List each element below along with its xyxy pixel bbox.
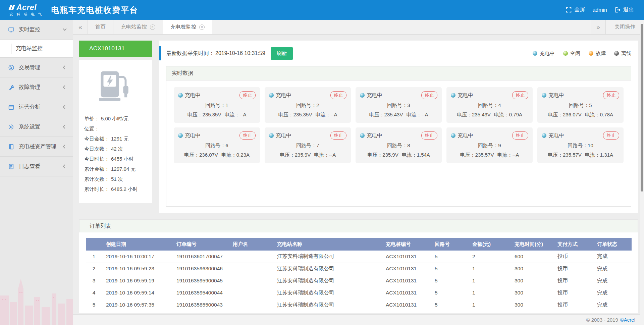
channel-card-3: 充电中 终止 回路号：3 电压：235.43V电流：--A (356, 87, 442, 123)
chevron-left-icon (63, 145, 66, 148)
terminate-button[interactable]: 终止 (330, 131, 346, 140)
logo-subtitle: 安 科 瑞 电 气 (9, 12, 43, 16)
legend-idle: 空闲 (563, 50, 580, 57)
tab-pile-monitor[interactable]: 充电桩监控 × (163, 20, 213, 34)
col-user: 用户名 (229, 238, 273, 251)
terminate-button[interactable]: 终止 (512, 91, 528, 99)
stat-today-amount: 今日金额：1291 元 (84, 134, 147, 144)
collect-time-label: 最新数据采集时间： (166, 50, 214, 57)
tabs-scroll-right-button[interactable]: » (591, 20, 605, 34)
legend-charging: 充电中 (533, 50, 555, 57)
app-root: Acrel 安 科 瑞 电 气 电瓶车充电桩收费平台 全屏 admin 退出 (0, 0, 644, 325)
stat-total-amount: 累计金额：1297.04 元 (84, 164, 147, 174)
orders-panel: 订单列表 创建日期 订单编号 用户名 (79, 219, 638, 313)
fullscreen-icon (566, 7, 572, 13)
realtime-data-title: 实时数据 (166, 66, 631, 80)
accent-bar (159, 46, 161, 60)
col-station: 充电站名称 (273, 238, 382, 251)
order-row: 12019-10-16 10:00:171910163601700047江苏安科… (86, 251, 632, 263)
analysis-icon (8, 104, 14, 110)
terminate-button[interactable]: 终止 (330, 91, 346, 99)
scrollbar-thumb[interactable] (641, 24, 643, 192)
terminate-button[interactable]: 终止 (512, 131, 528, 140)
order-row: 22019-10-16 09:59:231910163596300046江苏安科… (86, 263, 632, 275)
terminate-button[interactable]: 终止 (603, 131, 619, 140)
idle-dot-icon (563, 51, 568, 56)
realtime-monitor-icon (8, 26, 14, 33)
channel-card-2: 充电中 终止 回路号：2 电压：235.35V电流：--A (265, 87, 351, 123)
order-row: 42019-10-16 09:59:141910163595400044江苏安科… (86, 287, 632, 299)
copyright-text: © 2003 - 2019 (586, 317, 618, 323)
charging-status-dot (542, 133, 546, 138)
close-operations-button[interactable]: 关闭操作 (605, 20, 644, 34)
username[interactable]: admin (592, 7, 607, 13)
tab-station-monitor[interactable]: 充电站监控 × (113, 20, 163, 34)
offline-dot-icon (614, 51, 619, 56)
order-row: 32019-10-16 09:59:191910163595900045江苏安科… (86, 275, 632, 287)
terminate-button[interactable]: 终止 (421, 91, 437, 99)
vertical-scrollbar[interactable] (640, 20, 644, 325)
charging-status-dot (178, 93, 183, 98)
logo-text: Acrel (16, 4, 37, 11)
charging-pile-icon (79, 68, 152, 106)
col-pile: 充电桩编号 (382, 238, 431, 251)
tab-close-icon[interactable]: × (199, 24, 205, 30)
fault-icon (8, 84, 14, 91)
orders-title: 订单列表 (79, 219, 638, 232)
sidebar-item-log-view[interactable]: 日志查看 (0, 157, 73, 176)
channel-cards-grid: 充电中 终止 回路号：1 电压：235.35V电流：--A 充电中 (174, 87, 624, 163)
charging-status-dot (542, 93, 546, 98)
fullscreen-button[interactable]: 全屏 (566, 6, 585, 13)
orders-table: 创建日期 订单编号 用户名 充电站名称 充电桩编号 回路号 金额(元) 充电时间… (86, 238, 632, 311)
sidebar-item-system-settings[interactable]: 系统设置 (0, 117, 73, 137)
charging-status-dot (269, 133, 274, 138)
acrel-logo: Acrel 安 科 瑞 电 气 (9, 4, 43, 16)
cityscape-decoration (0, 275, 73, 325)
charging-status-dot (451, 133, 455, 138)
tabbar-spacer (212, 20, 591, 34)
channel-card-1: 充电中 终止 回路号：1 电压：235.35V电流：--A (174, 87, 260, 123)
stat-total-duration: 累计时长：6485.2 小时 (84, 184, 147, 194)
channel-card-10: 充电中 终止 回路号：10 电压：235.57V电流：1.31A (537, 127, 624, 163)
sidebar-item-fault-management[interactable]: 故障管理 (0, 77, 73, 97)
tab-close-icon[interactable]: × (150, 24, 155, 30)
tab-bar: « 首页 充电站监控 × 充电桩监控 × » 关闭操作 (73, 20, 644, 35)
stat-today-count: 今日次数：42 次 (84, 144, 147, 154)
channel-card-5: 充电中 终止 回路号：5 电压：236.07V电流：0.78A (537, 87, 624, 123)
collect-time: 2019-10-16 10:31:59 (215, 50, 265, 56)
page-title: 电瓶车充电桩收费平台 (51, 5, 138, 15)
sidebar-item-transaction-management[interactable]: 交易管理 (0, 58, 73, 77)
monitor-panel: 最新数据采集时间： 2019-10-16 10:31:59 刷新 充电中 空闲 … (159, 41, 638, 213)
log-icon (8, 163, 14, 170)
channel-card-7: 充电中 终止 回路号：7 电压：235.9V电流：--A (265, 127, 351, 163)
refresh-button[interactable]: 刷新 (271, 47, 293, 60)
footer: © 2003 - 2019 ©Acrel (73, 314, 644, 325)
sidebar-item-realtime-monitor[interactable]: 实时监控 (0, 20, 73, 40)
order-row: 52019-10-16 09:57:351910163585500043江苏安科… (86, 299, 632, 311)
acrel-link[interactable]: ©Acrel (620, 317, 635, 323)
charging-status-dot (360, 93, 365, 98)
logout-button[interactable]: 退出 (614, 6, 634, 13)
device-panel: ACX1010131 (79, 41, 152, 213)
charging-status-dot (360, 133, 365, 138)
sidebar-item-pile-asset-management[interactable]: 充电桩资产管理 (0, 137, 73, 157)
chevron-down-icon (63, 27, 66, 31)
tabs-scroll-left-button[interactable]: « (73, 20, 88, 34)
channel-card-8: 充电中 终止 回路号：8 电压：235.9V电流：1.54A (356, 127, 442, 163)
sidebar-item-operation-analysis[interactable]: 运营分析 (0, 97, 73, 117)
asset-icon (8, 144, 14, 150)
terminate-button[interactable]: 终止 (421, 131, 437, 140)
submenu-marker (11, 44, 11, 54)
col-pay: 支付方式 (553, 238, 593, 251)
terminate-button[interactable]: 终止 (239, 131, 256, 140)
col-created: 创建日期 (102, 238, 172, 251)
terminate-button[interactable]: 终止 (603, 91, 619, 99)
stat-today-duration: 今日时长：6455 小时 (84, 154, 147, 164)
charging-dot-icon (533, 51, 537, 56)
sidebar-subitem-station-monitor[interactable]: 充电站监控 (0, 40, 73, 57)
terminate-button[interactable]: 终止 (239, 91, 256, 99)
chevron-left-icon (63, 125, 66, 128)
tab-home[interactable]: 首页 (88, 20, 113, 34)
col-minutes: 充电时间(分) (511, 238, 553, 251)
topbar-actions: 全屏 admin 退出 (566, 6, 634, 13)
